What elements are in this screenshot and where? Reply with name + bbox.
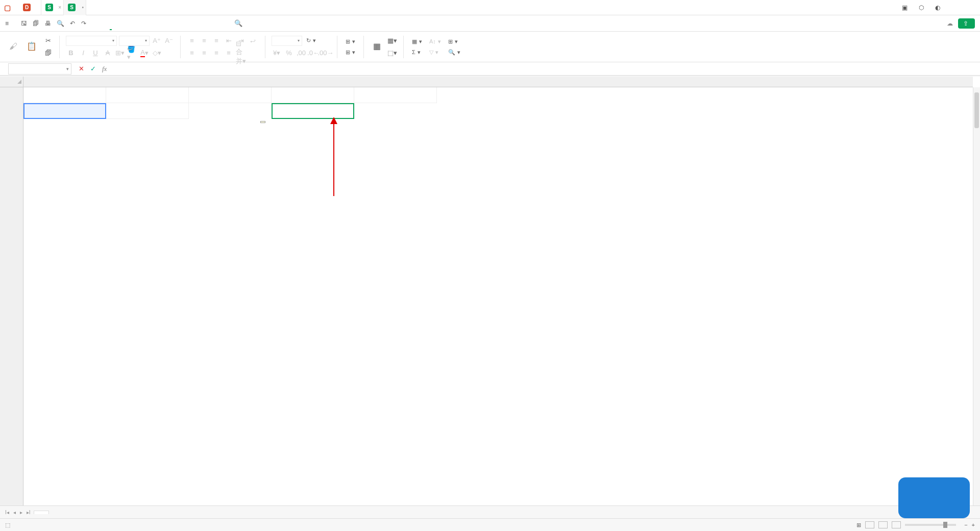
cube-icon[interactable]: ⬡ xyxy=(917,3,926,12)
save-as-icon[interactable]: 🗐 xyxy=(31,18,41,29)
zoom-knob[interactable] xyxy=(943,522,947,528)
tab-efficiency[interactable] xyxy=(211,16,213,30)
border-icon[interactable]: ⊞▾ xyxy=(115,48,125,58)
number-format-combo[interactable]: ▾ xyxy=(272,36,302,46)
vertical-scrollbar[interactable] xyxy=(973,87,980,509)
sum-button[interactable]: Σ ▾ xyxy=(410,48,424,57)
tab-home[interactable] xyxy=(110,16,112,30)
menu-file[interactable] xyxy=(12,21,18,26)
view-break-icon[interactable] xyxy=(892,521,901,528)
sheet-prev-icon[interactable]: ◂ xyxy=(12,510,17,515)
cell-a1[interactable] xyxy=(23,87,106,103)
cancel-formula-icon[interactable]: ✕ xyxy=(76,65,87,73)
zoom-slider[interactable] xyxy=(905,524,956,526)
close-icon[interactable]: × xyxy=(58,5,61,10)
filter-button[interactable]: ▽ ▾ xyxy=(427,48,443,57)
tab-review[interactable] xyxy=(166,16,168,30)
font-size-combo[interactable]: ▾ xyxy=(119,36,150,46)
sheet-next-icon[interactable]: ▸ xyxy=(19,510,23,515)
fill-button[interactable]: ▦ ▾ xyxy=(410,37,424,46)
tab-tools[interactable] xyxy=(188,16,190,30)
tab-member[interactable] xyxy=(200,16,202,30)
align-middle-icon[interactable]: ≡ xyxy=(199,36,209,46)
decrease-font-icon[interactable]: A⁻ xyxy=(164,36,174,46)
tab-view[interactable] xyxy=(177,16,179,30)
sheet-tab-sheet1[interactable] xyxy=(34,511,49,514)
cell-a2-referenced[interactable] xyxy=(23,103,106,119)
accept-formula-icon[interactable]: ✓ xyxy=(87,65,99,73)
maximize-button[interactable] xyxy=(961,7,965,9)
font-name-combo[interactable]: ▾ xyxy=(66,36,117,46)
user-avatar-icon[interactable]: ◐ xyxy=(933,3,942,12)
cell-d1[interactable] xyxy=(272,87,354,103)
name-box[interactable]: ▾ xyxy=(8,63,71,75)
search-icon[interactable]: 🔍 xyxy=(233,16,243,30)
convert-button[interactable]: ↻ ▾ xyxy=(304,36,318,45)
rowcol-button[interactable]: ⊞ ▾ xyxy=(344,37,357,46)
strike-icon[interactable]: A xyxy=(103,48,113,58)
find-button[interactable]: 🔍 ▾ xyxy=(446,48,462,57)
tab-page[interactable] xyxy=(132,16,134,30)
undo-icon[interactable]: ↶ xyxy=(68,18,77,29)
highlight-icon[interactable]: ◇▾ xyxy=(152,48,162,58)
table-style-icon[interactable]: ▦▾ xyxy=(387,36,397,46)
tab-data[interactable] xyxy=(155,16,157,30)
redo-icon[interactable]: ↷ xyxy=(79,18,88,29)
tab-smart[interactable] xyxy=(222,16,224,30)
hamburger-icon[interactable]: ≡ xyxy=(5,20,9,27)
fill-color-icon[interactable]: 🪣▾ xyxy=(127,48,137,58)
cell-b2[interactable] xyxy=(106,103,189,119)
percent-icon[interactable]: % xyxy=(284,48,294,58)
sheet-last-icon[interactable]: ▸I xyxy=(26,510,32,515)
align-right-icon[interactable]: ≡ xyxy=(211,48,222,58)
fx-icon[interactable]: fx xyxy=(99,65,110,73)
cut-icon[interactable]: ✂ xyxy=(43,36,53,46)
increase-decimal-icon[interactable]: .00→ xyxy=(321,48,331,58)
save-icon[interactable]: 🖫 xyxy=(19,18,29,29)
print-preview-icon[interactable]: 🔍 xyxy=(55,18,66,29)
freeze-button[interactable]: ⊞ ▾ xyxy=(446,37,462,46)
tab-template[interactable]: D xyxy=(19,0,41,15)
close-button[interactable] xyxy=(972,7,976,9)
cell-e1[interactable] xyxy=(354,87,437,103)
view-normal-icon[interactable] xyxy=(865,521,874,528)
share-button[interactable]: ⇪ xyxy=(958,18,975,29)
cell-b1[interactable] xyxy=(106,87,189,103)
copy-icon[interactable]: 🗐 xyxy=(43,48,53,58)
decrease-decimal-icon[interactable]: .0← xyxy=(308,48,318,58)
sheet-first-icon[interactable]: I◂ xyxy=(4,510,10,515)
indent-left-icon[interactable]: ⇤ xyxy=(224,36,234,46)
comma-icon[interactable]: ,00 xyxy=(296,48,306,58)
align-left-icon[interactable]: ≡ xyxy=(187,48,197,58)
align-bottom-icon[interactable]: ≡ xyxy=(211,36,222,46)
tab-workbook1[interactable]: S • xyxy=(64,0,86,15)
app-box-icon[interactable]: ▣ xyxy=(900,3,910,12)
justify-icon[interactable]: ≡ xyxy=(224,48,234,58)
print-icon[interactable]: 🖶 xyxy=(43,18,53,29)
wrap-button[interactable]: ⮐ xyxy=(248,37,259,45)
cloud-icon[interactable]: ☁ xyxy=(947,20,953,27)
select-all-corner[interactable] xyxy=(0,77,23,87)
cell-d2-editing[interactable] xyxy=(272,103,354,119)
underline-icon[interactable]: U xyxy=(90,48,101,58)
view-page-icon[interactable] xyxy=(878,521,888,528)
currency-icon[interactable]: ¥▾ xyxy=(272,48,282,58)
cond-format-button[interactable]: ▦ xyxy=(370,40,384,53)
zoom-minus-icon[interactable]: − xyxy=(964,522,967,528)
cell-c1[interactable] xyxy=(189,87,272,103)
merge-icon[interactable]: ⊟ 合并▾ xyxy=(236,48,246,58)
zoom-plus-icon[interactable]: + xyxy=(972,522,975,528)
align-center-icon[interactable]: ≡ xyxy=(199,48,209,58)
cell-style-icon[interactable]: ⬚▾ xyxy=(387,48,397,58)
minimize-button[interactable] xyxy=(949,7,953,9)
italic-icon[interactable]: I xyxy=(78,48,88,58)
tab-formula[interactable] xyxy=(143,16,145,30)
chevron-down-icon[interactable]: ▾ xyxy=(66,66,69,71)
format-painter-button[interactable]: 🖌 xyxy=(6,41,20,53)
tab-product[interactable]: S × xyxy=(41,0,64,15)
tab-insert[interactable] xyxy=(121,16,123,30)
paste-button[interactable]: 📋 xyxy=(23,40,40,53)
bold-icon[interactable]: B xyxy=(66,48,76,58)
increase-font-icon[interactable]: A⁺ xyxy=(152,36,162,46)
v-scroll-thumb[interactable] xyxy=(974,92,979,128)
